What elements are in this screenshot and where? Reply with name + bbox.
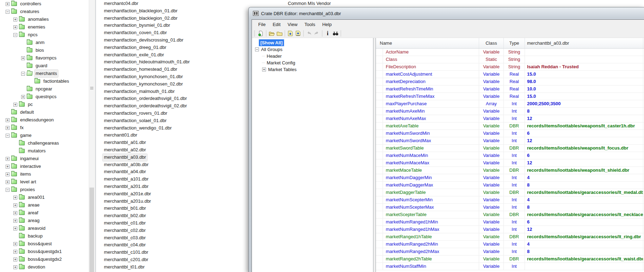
tree-item-areae[interactable]: +areae: [0, 201, 89, 209]
collapse-icon[interactable]: −: [21, 72, 25, 76]
tree-item-controllers[interactable]: +controllers: [0, 0, 89, 8]
save-record-icon[interactable]: [286, 30, 294, 37]
tree-item-backup[interactable]: backup: [0, 232, 89, 240]
property-row-marketmacetable[interactable]: marketMaceTableVariableDBRrecords/items/…: [376, 167, 644, 174]
undo-icon[interactable]: [305, 30, 313, 37]
expand-icon[interactable]: +: [21, 56, 25, 60]
property-value[interactable]: 4: [525, 241, 643, 248]
property-row-marketdaggertable[interactable]: marketDaggerTableVariableDBRrecords/item…: [376, 189, 644, 196]
property-value[interactable]: records/items/loottables/gearaccessories…: [525, 233, 643, 240]
expand-icon[interactable]: +: [13, 242, 17, 246]
property-row-filedescription[interactable]: FileDescriptionVariableStringIsaiah Redd…: [376, 63, 644, 71]
expand-icon[interactable]: +: [262, 68, 266, 71]
tree-item-mutators[interactable]: mutators: [0, 147, 89, 155]
toolbar-grip-icon[interactable]: [254, 31, 255, 36]
column-header-type[interactable]: Type: [504, 38, 525, 48]
property-value[interactable]: [525, 49, 643, 56]
property-row-marketnumaxemin[interactable]: marketNumAxeMinVariableInt8: [376, 108, 644, 115]
property-row-marketnumranged2hmax[interactable]: marketNumRanged2hMaxVariableInt8: [376, 248, 644, 255]
property-value[interactable]: 12: [525, 226, 643, 233]
collapse-icon[interactable]: −: [6, 188, 10, 192]
property-value[interactable]: Isaiah Reddan - Trusted: [525, 63, 643, 70]
property-value[interactable]: records/items/loottables/weapons/lt_shie…: [525, 167, 643, 174]
tree-item-questnpcs[interactable]: +questnpcs: [0, 93, 89, 101]
tree-item-areavoid[interactable]: +areavoid: [0, 224, 89, 232]
property-value[interactable]: 10.0: [525, 86, 643, 93]
group-tree-item-all-groups[interactable]: −All Groups: [252, 46, 373, 53]
property-value[interactable]: records/items/loottables/gearaccessories…: [525, 189, 643, 196]
property-value[interactable]: records/items/loottables/gearaccessories…: [525, 255, 643, 262]
tree-item-items[interactable]: +items: [0, 170, 89, 178]
expand-icon[interactable]: +: [13, 219, 17, 223]
property-value[interactable]: records/items/loottables/weapons/lt_cast…: [525, 122, 643, 129]
expand-icon[interactable]: +: [13, 265, 17, 269]
menu-edit[interactable]: Edit: [269, 21, 284, 28]
tree-item-merchants[interactable]: −merchants: [0, 70, 89, 77]
menu-tools[interactable]: Tools: [301, 21, 318, 28]
save-record-as-icon[interactable]: [294, 30, 302, 37]
property-value[interactable]: 6: [525, 130, 643, 137]
property-value[interactable]: 6: [525, 219, 643, 226]
tree-item-game[interactable]: −game: [0, 132, 89, 139]
tree-item-factiontables[interactable]: factiontables: [0, 77, 89, 85]
group-tree-item-market-config[interactable]: Market Config: [252, 59, 373, 66]
expand-icon[interactable]: +: [21, 95, 25, 99]
property-value[interactable]: 8: [525, 182, 643, 189]
tree-item-flavornpcs[interactable]: +flavornpcs: [0, 54, 89, 62]
property-value[interactable]: [525, 56, 643, 63]
group-tree-item-header[interactable]: Header: [252, 53, 373, 59]
tree-item-proxies[interactable]: −proxies: [0, 186, 89, 194]
expand-icon[interactable]: +: [6, 172, 10, 176]
expand-icon[interactable]: +: [13, 196, 17, 200]
property-value[interactable]: 8: [525, 204, 643, 211]
expand-icon[interactable]: +: [13, 25, 17, 29]
property-value[interactable]: 4: [525, 196, 643, 203]
property-value[interactable]: 8: [525, 108, 643, 115]
collapse-icon[interactable]: −: [6, 10, 10, 14]
property-value[interactable]: 15.0: [525, 93, 643, 100]
property-row-actorname[interactable]: ActorNameVariableString: [376, 49, 644, 56]
property-value[interactable]: records/items/loottables/gearaccessories…: [525, 211, 643, 218]
property-row-class[interactable]: ClassStaticString: [376, 56, 644, 63]
property-row-marketnumdaggermin[interactable]: marketNumDaggerMinVariableInt4: [376, 174, 644, 182]
property-row-marketnumsceptermax[interactable]: marketNumScepterMaxVariableInt8: [376, 204, 644, 211]
open-directory-icon[interactable]: [268, 30, 275, 37]
column-header-name[interactable]: Name: [376, 38, 479, 48]
tree-item-npcgear[interactable]: npcgear: [0, 85, 89, 93]
expand-icon[interactable]: +: [6, 165, 10, 169]
property-row-marketrefreshtimemax[interactable]: marketRefreshTimeMaxVariableReal15.0: [376, 93, 644, 100]
new-record-icon[interactable]: [257, 30, 265, 37]
property-row-marketsceptertable[interactable]: marketScepterTableVariableDBRrecords/ite…: [376, 211, 644, 219]
expand-icon[interactable]: +: [6, 2, 10, 6]
dbr-editor-titlebar[interactable]: Crate DBR Editor: merchanttbl_a03.dbr: [249, 7, 644, 19]
expand-icon[interactable]: +: [13, 18, 17, 21]
property-row-marketnumaxemax[interactable]: marketNumAxeMaxVariableInt12: [376, 115, 644, 122]
property-value[interactable]: 15.0: [525, 71, 643, 78]
collapse-icon[interactable]: −: [255, 48, 259, 51]
property-value[interactable]: records/items/loottables/weapons/lt_focu…: [525, 145, 643, 152]
expand-icon[interactable]: +: [13, 258, 17, 261]
column-header-file[interactable]: merchanttbl_a03.dbr: [525, 38, 643, 48]
property-row-marketcostadjustment[interactable]: marketCostAdjustmentVariableReal15.0: [376, 71, 644, 78]
property-row-marketnummacemax[interactable]: marketNumMaceMaxVariableInt12: [376, 159, 644, 167]
property-row-marketnumswordmax[interactable]: marketNumSwordMaxVariableInt12: [376, 137, 644, 145]
tree-item-areaf[interactable]: +areaf: [0, 209, 89, 217]
tree-item-challengeareas[interactable]: challengeareas: [0, 139, 89, 147]
find-icon[interactable]: [332, 30, 339, 37]
expand-icon[interactable]: +: [13, 211, 17, 215]
tree-item-pc[interactable]: +pc: [0, 101, 89, 108]
column-header-class[interactable]: Class: [479, 38, 504, 48]
collapse-icon[interactable]: −: [13, 33, 17, 37]
property-row-marketnummacemin[interactable]: marketNumMaceMinVariableInt6: [376, 152, 644, 159]
property-row-marketnumdaggermax[interactable]: marketNumDaggerMaxVariableInt8: [376, 182, 644, 189]
tree-scrollbar[interactable]: [89, 0, 95, 272]
menu-file[interactable]: File: [255, 21, 269, 28]
collapse-icon[interactable]: −: [6, 134, 10, 138]
property-value[interactable]: 12: [525, 115, 643, 122]
tree-item-fx[interactable]: +fx: [0, 124, 89, 132]
property-row-marketswordtable[interactable]: marketSwordTableVariableDBRrecords/items…: [376, 145, 644, 152]
property-value[interactable]: 98.0: [525, 78, 643, 85]
property-row-marketdepreciation[interactable]: marketDepreciationVariableReal98.0: [376, 78, 644, 86]
tree-item-guard[interactable]: guard: [0, 62, 89, 70]
group-tree-item-show-all[interactable]: [Show All]: [252, 39, 373, 46]
